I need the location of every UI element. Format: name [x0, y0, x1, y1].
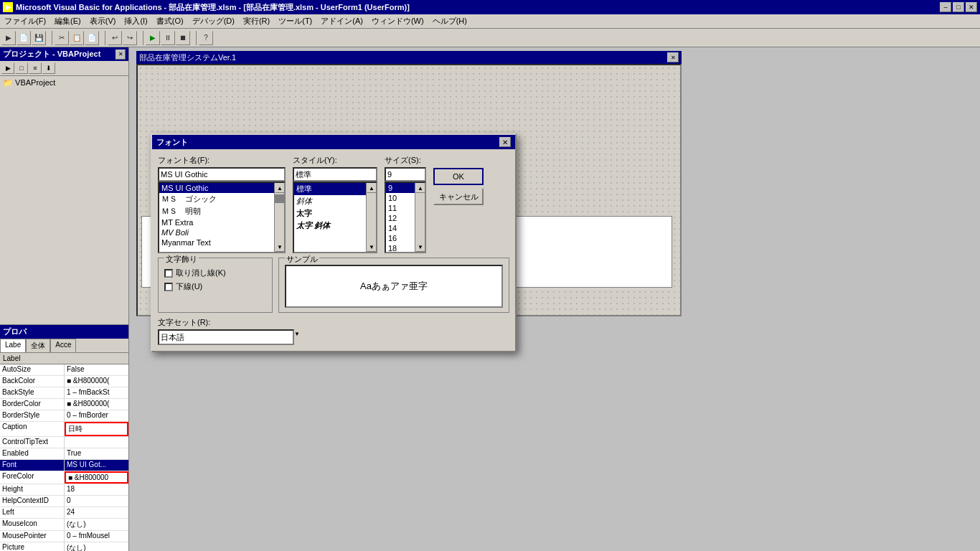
- app-icon: ▶: [3, 2, 13, 12]
- sample-text: Aaあぁアァ亜字: [360, 280, 428, 293]
- toolbar-btn-3[interactable]: 💾: [32, 31, 46, 45]
- prop-name-mousepointer: MousePointer: [0, 531, 65, 542]
- panel-btn-4[interactable]: ⬇: [42, 62, 55, 74]
- prop-val-backcolor: ■ &H800000(: [65, 376, 128, 387]
- style-scroll-up[interactable]: ▲: [367, 183, 377, 193]
- prop-row-enabled[interactable]: Enabled True: [0, 448, 128, 460]
- menu-item-insert[interactable]: 挿入(I): [120, 14, 151, 28]
- menu-item-tools[interactable]: ツール(T): [274, 14, 316, 28]
- prop-name-bordercolor: BorderColor: [0, 399, 65, 410]
- strikethrough-checkbox[interactable]: [164, 269, 173, 278]
- toolbar-btn-undo[interactable]: ↩: [108, 31, 122, 45]
- prop-val-autosize: False: [65, 364, 128, 375]
- toolbar-btn-1[interactable]: ▶: [1, 31, 16, 45]
- prop-row-caption[interactable]: Caption 日時: [0, 422, 128, 437]
- form-title-controls: ✕: [667, 52, 679, 63]
- properties-tab-acce[interactable]: Acce: [50, 339, 76, 352]
- menu-item-format[interactable]: 書式(O): [152, 14, 188, 28]
- underline-checkbox[interactable]: [164, 283, 173, 291]
- form-close-button[interactable]: ✕: [667, 52, 679, 62]
- prop-row-font[interactable]: Font MS UI Got...: [0, 460, 128, 471]
- toolbar-btn-run[interactable]: ▶: [146, 31, 160, 45]
- prop-row-mouseicon[interactable]: MouseIcon (なし): [0, 519, 128, 531]
- menu-item-view[interactable]: 表示(V): [85, 14, 121, 28]
- font-list-item-2[interactable]: ＭＳ 明朝: [159, 205, 284, 217]
- font-name-input[interactable]: [158, 167, 286, 182]
- size-scrollbar[interactable]: ▲ ▼: [415, 183, 425, 252]
- left-panel: プロジェクト - VBAProject ✕ ▶ □ ≡ ⬇ 📁 VBAProje…: [0, 47, 129, 551]
- font-list-item-4[interactable]: MV Boli: [159, 227, 284, 237]
- prop-row-backstyle[interactable]: BackStyle 1 – fmBackSt: [0, 387, 128, 399]
- size-label: サイズ(S):: [385, 155, 428, 166]
- toolbar-btn-paste[interactable]: 📄: [85, 31, 99, 45]
- menu-item-debug[interactable]: デバッグ(D): [188, 14, 239, 28]
- prop-val-bordercolor: ■ &H800000(: [65, 399, 128, 410]
- toolbar-btn-redo[interactable]: ↪: [123, 31, 137, 45]
- menu-item-addin[interactable]: アドイン(A): [316, 14, 367, 28]
- style-item-0[interactable]: 標準: [294, 183, 376, 195]
- size-scroll-up[interactable]: ▲: [415, 183, 425, 193]
- menu-item-help[interactable]: ヘルプ(H): [428, 14, 471, 28]
- scrollbar-thumb[interactable]: [275, 194, 285, 203]
- toolbar-btn-cut[interactable]: ✂: [55, 31, 69, 45]
- dialog-close-button[interactable]: ✕: [499, 137, 511, 147]
- toolbar-btn-pause[interactable]: ⏸: [161, 31, 175, 45]
- menu-item-edit[interactable]: 編集(E): [50, 14, 85, 28]
- scrollbar-up[interactable]: ▲: [275, 183, 285, 193]
- panel-btn-2[interactable]: □: [15, 62, 28, 74]
- font-name-listbox[interactable]: MS UI Gothic ＭＳ ゴシック ＭＳ 明朝 MT Extra MV B…: [158, 182, 286, 253]
- close-button[interactable]: ✕: [966, 2, 977, 12]
- properties-tab-label[interactable]: Labe: [0, 339, 26, 352]
- size-scroll-down[interactable]: ▼: [415, 242, 425, 252]
- prop-row-forecolor[interactable]: ForeColor ■ &H800000: [0, 471, 128, 484]
- font-list-item-1[interactable]: ＭＳ ゴシック: [159, 193, 284, 205]
- panel-btn-3[interactable]: ≡: [29, 62, 42, 74]
- toolbar-btn-help[interactable]: ?: [199, 31, 213, 45]
- properties-label-header: Label: [0, 353, 128, 364]
- tree-item-1[interactable]: 📁 VBAProject: [1, 77, 127, 88]
- project-close-button[interactable]: ✕: [116, 50, 126, 60]
- prop-row-backcolor[interactable]: BackColor ■ &H800000(: [0, 376, 128, 387]
- prop-row-controltip[interactable]: ControlTipText: [0, 437, 128, 448]
- style-item-1[interactable]: 斜体: [294, 195, 376, 207]
- effects-legend: 文字飾り: [164, 254, 199, 265]
- maximize-button[interactable]: □: [953, 2, 964, 12]
- right-panel: 部品在庫管理システムVer.1 ✕ 🧑 フォント ✕: [129, 47, 980, 551]
- menu-item-run[interactable]: 実行(R): [239, 14, 274, 28]
- main-layout: プロジェクト - VBAProject ✕ ▶ □ ≡ ⬇ 📁 VBAProje…: [0, 47, 980, 551]
- prop-name-helpid: HelpContextID: [0, 496, 65, 507]
- style-item-2[interactable]: 太字: [294, 207, 376, 220]
- cancel-button[interactable]: キャンセル: [433, 188, 484, 205]
- style-item-3[interactable]: 太字 斜体: [294, 220, 376, 232]
- charset-select[interactable]: 日本語: [158, 329, 294, 345]
- style-input[interactable]: [293, 167, 377, 182]
- prop-row-left[interactable]: Left 24: [0, 507, 128, 519]
- prop-row-autosize[interactable]: AutoSize False: [0, 364, 128, 376]
- menu-item-window[interactable]: ウィンドウ(W): [367, 14, 428, 28]
- font-list-item-5[interactable]: Myanmar Text: [159, 237, 284, 248]
- style-scrollbar[interactable]: ▲ ▼: [366, 183, 376, 252]
- minimize-button[interactable]: –: [940, 2, 951, 12]
- toolbar-btn-2[interactable]: 📄: [17, 31, 31, 45]
- font-list-item-3[interactable]: MT Extra: [159, 217, 284, 227]
- size-input[interactable]: [385, 167, 426, 182]
- size-listbox[interactable]: 9 10 11 12 14 16 18 ▲ ▼: [385, 182, 426, 253]
- style-col: スタイル(Y): 標準 斜体 太字 太字 斜体 ▲ ▼: [293, 155, 379, 253]
- menu-item-file[interactable]: ファイル(F): [0, 14, 50, 28]
- font-listbox-scrollbar[interactable]: ▲ ▼: [274, 183, 284, 252]
- font-list-item-0[interactable]: MS UI Gothic: [159, 183, 284, 193]
- prop-row-mousepointer[interactable]: MousePointer 0 – fmMousel: [0, 531, 128, 542]
- scrollbar-down[interactable]: ▼: [275, 242, 285, 252]
- prop-row-height[interactable]: Height 18: [0, 484, 128, 496]
- panel-btn-1[interactable]: ▶: [1, 62, 14, 74]
- prop-row-bordercolor[interactable]: BorderColor ■ &H800000(: [0, 399, 128, 410]
- toolbar-btn-copy[interactable]: 📋: [70, 31, 84, 45]
- ok-button[interactable]: OK: [433, 168, 484, 185]
- prop-row-picture[interactable]: Picture (なし): [0, 542, 128, 551]
- toolbar-btn-stop[interactable]: ⏹: [176, 31, 190, 45]
- prop-row-borderstyle[interactable]: BorderStyle 0 – fmBorder: [0, 410, 128, 422]
- style-scroll-down[interactable]: ▼: [367, 242, 377, 252]
- style-listbox[interactable]: 標準 斜体 太字 太字 斜体 ▲ ▼: [293, 182, 377, 253]
- properties-tab-all[interactable]: 全体: [26, 339, 50, 352]
- prop-row-helpid[interactable]: HelpContextID 0: [0, 496, 128, 507]
